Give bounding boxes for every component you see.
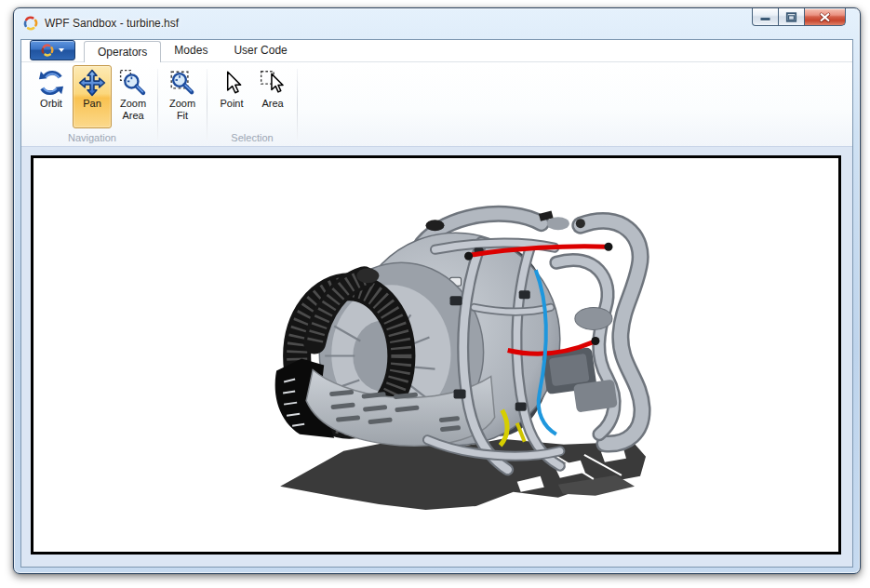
titlebar[interactable]: WPF Sandbox - turbine.hsf — [14, 8, 860, 37]
pan-icon — [78, 69, 106, 97]
button-label: Pan — [73, 98, 112, 110]
tab-user-code[interactable]: User Code — [221, 40, 300, 61]
close-icon — [819, 11, 831, 23]
turbine-engine — [275, 210, 642, 469]
ribbon: Operators Modes User Code — [21, 40, 852, 147]
chevron-down-icon — [59, 48, 64, 52]
minimize-icon — [759, 11, 771, 23]
point-select-button[interactable]: Point — [212, 65, 251, 128]
window-client: Operators Modes User Code — [20, 39, 853, 568]
ribbon-group-zoom-fit: Zoom Fit — [161, 65, 204, 146]
group-separator — [157, 69, 158, 140]
turbine-model — [33, 158, 838, 552]
maximize-button[interactable] — [778, 8, 805, 26]
area-cursor-icon — [259, 69, 287, 97]
button-label: Orbit — [32, 98, 71, 110]
minimize-button[interactable] — [752, 8, 779, 26]
zoom-fit-button[interactable]: Zoom Fit — [163, 65, 202, 128]
viewport-3d[interactable] — [31, 155, 841, 555]
tab-modes[interactable]: Modes — [161, 40, 221, 61]
zoom-fit-icon — [168, 69, 196, 97]
ribbon-tab-row: Operators Modes User Code — [21, 40, 852, 62]
area-select-button[interactable]: Area — [253, 65, 292, 128]
button-label: Zoom Area — [114, 98, 153, 122]
group-separator — [297, 69, 298, 140]
group-label-empty — [163, 131, 202, 146]
app-window: WPF Sandbox - turbine.hsf — [13, 7, 861, 574]
ribbon-group-selection: Point Area Selection — [210, 65, 294, 146]
zoom-area-icon — [119, 69, 147, 97]
group-label-selection: Selection — [212, 131, 292, 146]
ribbon-group-navigation: Orbit Pan — [30, 65, 154, 146]
button-label: Point — [212, 98, 251, 110]
point-cursor-icon — [218, 69, 246, 97]
button-label: Area — [253, 98, 292, 110]
zoom-area-button[interactable]: Zoom Area — [114, 65, 153, 128]
application-menu-button[interactable] — [30, 40, 75, 60]
orbit-icon — [37, 69, 65, 97]
app-logo-icon — [41, 44, 54, 57]
ribbon-band: Orbit Pan — [21, 62, 852, 147]
caption-buttons — [753, 8, 846, 26]
tab-operators[interactable]: Operators — [84, 41, 161, 62]
group-label-navigation: Navigation — [32, 131, 153, 146]
app-logo-icon — [23, 16, 38, 31]
button-label: Zoom Fit — [163, 98, 202, 122]
pan-button[interactable]: Pan — [73, 65, 112, 128]
maximize-icon — [785, 11, 797, 23]
orbit-button[interactable]: Orbit — [32, 65, 71, 128]
close-button[interactable] — [804, 8, 846, 26]
client-area — [21, 147, 852, 567]
window-title: WPF Sandbox - turbine.hsf — [45, 17, 179, 30]
group-separator — [207, 69, 207, 140]
